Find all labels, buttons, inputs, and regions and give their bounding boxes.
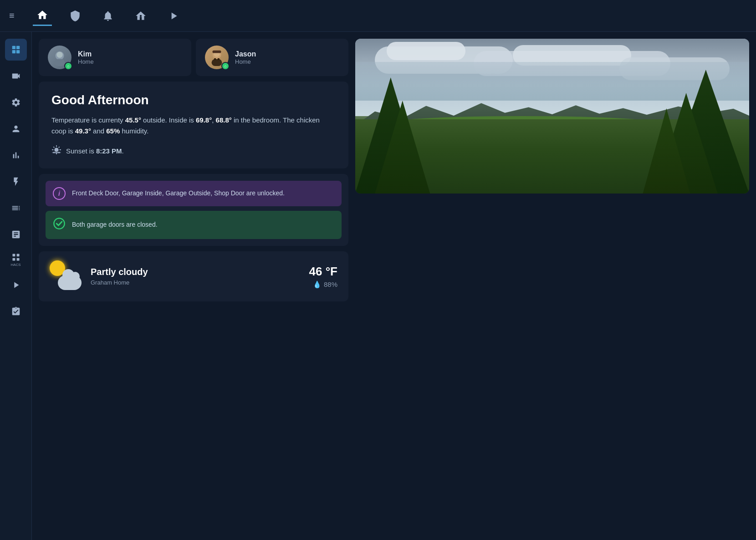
alerts-card: i Front Deck Door, Garage Inside, Garage… [39,174,348,246]
nav-home-button[interactable] [33,5,52,26]
cloud-icon [58,275,82,290]
coop-temp: 49.3° [75,127,91,135]
weather-location: Graham Home [91,279,300,286]
hamburger-menu-button[interactable]: ≡ [9,10,15,21]
alert-item-unlocked-doors: i Front Deck Door, Garage Inside, Garage… [46,181,342,206]
weather-card: Partly cloudy Graham Home 46 °F 💧 88% [39,251,348,301]
sunset-label: Sunset is [66,147,96,155]
sunset-row: Sunset is 8:23 PM. [51,145,336,157]
weather-icon-container [50,260,82,292]
svg-rect-5 [12,254,15,257]
nav-alerts-button[interactable] [98,6,117,25]
greeting-title: Good Afternoon [51,93,336,107]
sunset-icon [51,145,61,157]
kim-home-badge: ⌂ [64,62,72,70]
svg-rect-14 [213,51,221,53]
svg-rect-1 [12,46,15,49]
alert-text-unlocked-doors: Front Deck Door, Garage Inside, Garage O… [72,189,285,198]
content-area: ⌂ Kim Home [32,32,756,540]
svg-rect-4 [16,50,19,53]
hacs-label: HACS [10,263,20,267]
main-layout: HACS [0,32,756,540]
greeting-card: Good Afternoon Temperature is currenty 4… [39,82,348,168]
kim-status: Home [78,58,94,65]
sidebar-item-cameras[interactable] [5,65,27,87]
jason-name: Jason [235,50,256,58]
weather-info: Partly cloudy Graham Home [91,267,300,286]
jason-status: Home [235,58,256,65]
warning-info-icon: i [53,187,66,200]
user-card-kim[interactable]: ⌂ Kim Home [39,39,191,76]
kim-user-info: Kim Home [78,50,94,65]
weather-humidity: 💧 88% [309,280,337,289]
sidebar-item-statistics[interactable] [5,144,27,166]
sidebar-item-reports[interactable] [5,224,27,245]
sidebar-item-dashboard[interactable] [5,39,27,61]
inside-temp1: 69.8° [196,116,212,124]
svg-point-0 [140,15,142,16]
humidity-value: 88% [324,280,337,288]
nav-security-button[interactable] [66,6,85,25]
user-cards-row: ⌂ Kim Home [39,39,348,76]
success-check-icon [53,217,66,233]
sunset-time: 8:23 PM [96,147,122,155]
sidebar: HACS [0,32,32,540]
svg-rect-6 [16,254,19,257]
top-navigation: ≡ [0,0,756,32]
humidity-value: 65% [106,127,120,135]
svg-rect-16 [214,58,216,60]
weather-condition: Partly cloudy [91,267,300,277]
weather-stats: 46 °F 💧 88% [309,265,337,289]
svg-point-18 [54,218,64,229]
jason-avatar-container: ⌂ [205,46,229,69]
jason-user-info: Jason Home [235,50,256,65]
camera-view[interactable] [355,39,749,194]
greeting-temperature-text: Temperature is currenty 45.5° outside. I… [51,115,336,137]
temp-text-1: Temperature is currenty [51,116,125,124]
kim-name: Kim [78,50,94,58]
kim-avatar-container: ⌂ [48,46,72,69]
sidebar-item-automations[interactable] [5,171,27,193]
temp-text-2: outside. Inside is [141,116,196,124]
jason-home-badge: ⌂ [221,62,230,70]
sidebar-item-list[interactable] [5,197,27,219]
temp-separator: , [212,116,215,124]
inside-temp2: 68.8° [216,116,232,124]
cloud-mass [355,62,749,101]
right-panel [355,39,749,533]
temp-text-5: humidity. [120,127,148,135]
sidebar-item-hacs[interactable]: HACS [5,250,27,270]
svg-rect-15 [212,59,222,66]
alert-item-garage-closed: Both garage doors are closed. [46,211,342,239]
svg-rect-11 [55,59,65,66]
sunset-text: Sunset is 8:23 PM. [66,147,124,155]
outside-temp: 45.5° [125,116,141,124]
svg-rect-2 [16,46,19,49]
svg-rect-17 [218,58,220,60]
humidity-icon: 💧 [313,280,322,289]
user-card-jason[interactable]: ⌂ Jason Home [196,39,348,76]
sidebar-item-media-player[interactable] [5,274,27,296]
nav-devices-button[interactable] [131,6,150,25]
sidebar-item-settings[interactable] [5,92,27,113]
left-panel: ⌂ Kim Home [39,39,348,533]
svg-rect-3 [12,50,15,53]
temp-text-4: and [91,127,106,135]
sidebar-item-persons[interactable] [5,118,27,140]
sunset-punctuation: . [122,147,124,155]
nav-media-button[interactable] [164,6,183,25]
sidebar-item-todo[interactable] [5,301,27,322]
weather-temperature: 46 °F [309,265,337,279]
svg-rect-7 [12,258,15,261]
alert-text-garage-closed: Both garage doors are closed. [72,220,158,229]
svg-point-10 [56,52,62,58]
cloud-1-top [387,42,465,60]
svg-rect-8 [16,258,19,261]
